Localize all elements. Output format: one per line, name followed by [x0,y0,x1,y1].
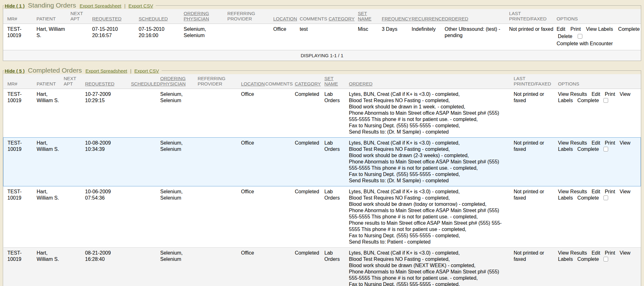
cell-frequency: 3 Days [381,24,411,50]
cell-recurrence: Indefinitely [411,24,444,50]
complete-link[interactable]: Complete [577,146,599,152]
cell-set-name: Lab Orders [324,186,348,248]
print-link[interactable]: Print [605,189,615,194]
cell-set-name: Misc [357,24,381,50]
view-results-link[interactable]: View Results [558,140,587,146]
column-header-mr: MR# [3,74,36,89]
cell-comments: test [299,24,328,50]
column-header-scheduled[interactable]: SCHEDULED [130,74,160,89]
column-header-recurrence[interactable]: RECURRENCE [411,9,444,24]
standing-orders-section: Hide ( 1 ) Standing Orders Export Spread… [3,2,641,61]
standing-orders-export-spreadsheet-link[interactable]: Export Spreadsheet [80,3,121,8]
column-header-ordering-physician[interactable]: ORDERING PHYSICIAN [160,74,197,89]
cell-patient: Hart, William S. [36,24,70,50]
cell-options: View Results Edit Print View Labels Comp… [558,89,641,138]
completed-order-row: TEST-10019 Hart, William S. 08-21-2009 1… [3,248,641,286]
column-header-referring-provider: REFERRING PROVIDER [227,9,273,24]
column-header-mr: MR# [3,9,36,24]
cell-ordered: Lytes, BUN, Creat (Call if K+ is <3.0) -… [348,248,513,286]
print-link[interactable]: Print [570,26,581,32]
view-results-link[interactable]: View Results [558,250,587,256]
cell-location: Office [273,24,299,50]
edit-link[interactable]: Edit [591,140,600,146]
print-link[interactable]: Print [605,91,615,97]
completed-orders-title: Completed Orders [28,67,82,74]
cell-last-printed-faxed: Not printed or faxed [513,186,558,248]
cell-next-apt [70,24,92,50]
view-results-link[interactable]: View Results [558,189,587,194]
cell-next-apt [63,89,85,138]
column-header-next-apt: NEXT APT [70,9,92,24]
cell-requested: 07-15-2010 20:16:57 [92,24,138,50]
edit-link[interactable]: Edit [557,26,565,32]
cell-set-name: Lab Orders [324,248,348,286]
order-checkbox[interactable] [603,98,608,103]
column-header-comments: COMMENTS [265,74,294,89]
standing-orders-hide-link[interactable]: Hide ( 1 ) [5,3,25,8]
complete-with-encounter-link[interactable]: Complete with Encounter [557,41,613,46]
complete-link[interactable]: Complete [577,98,599,103]
order-checkbox[interactable] [578,34,582,39]
cell-options: Edit Print View Labels Complete Delete C… [556,24,641,50]
cell-referring-provider [197,186,241,248]
cell-set-name: Lab Orders [324,89,348,138]
view-labels-link[interactable]: View Labels [586,26,613,32]
cell-referring-provider [197,138,241,186]
cell-scheduled: 07-15-2010 20:16:00 [138,24,183,50]
column-header-location[interactable]: LOCATION [273,9,299,24]
order-checkbox[interactable] [603,195,608,200]
edit-link[interactable]: Edit [591,189,600,194]
cell-options: View Results Edit Print View Labels Comp… [558,186,641,248]
column-header-ordered[interactable]: ORDERED [444,9,508,24]
column-header-requested[interactable]: REQUESTED [85,74,130,89]
cell-next-apt [63,186,85,248]
print-link[interactable]: Print [605,140,615,146]
column-header-location[interactable]: LOCATION [241,74,265,89]
order-checkbox[interactable] [603,257,608,261]
column-header-next-apt: NEXT APT [63,74,85,89]
completed-orders-export-spreadsheet-link[interactable]: Export Spreadsheet [86,68,127,74]
cell-comments [265,89,294,138]
cell-requested: 10-27-2009 10:29:15 [85,89,130,138]
completed-orders-hide-link[interactable]: Hide ( 5 ) [5,68,25,74]
column-header-category[interactable]: CATEGORY [294,74,324,89]
completed-orders-legend: Hide ( 5 ) Completed Orders Export Sprea… [4,67,162,74]
cell-patient: Hart, William S. [36,89,63,138]
complete-link[interactable]: Complete [577,256,599,262]
column-header-options: OPTIONS [558,74,641,89]
cell-location: Office [241,138,265,186]
cell-options: View Results Edit Print View Labels Comp… [558,248,641,286]
edit-link[interactable]: Edit [591,250,600,256]
column-header-last-printed-faxed: LAST PRINTED/FAXED [508,9,556,24]
column-header-referring-provider: REFERRING PROVIDER [197,74,241,89]
column-header-set-name[interactable]: SET NAME [324,74,348,89]
complete-link[interactable]: Complete [618,26,640,32]
cell-location: Office [241,186,265,248]
delete-link[interactable]: Delete [558,34,572,39]
column-header-category[interactable]: CATEGORY [328,9,357,24]
column-header-ordering-physician[interactable]: ORDERING PHYSICIAN [183,9,227,24]
cell-options: View Results Edit Print View Labels Comp… [558,138,641,186]
complete-link[interactable]: Complete [577,195,599,201]
completed-orders-export-csv-link[interactable]: Export CSV [134,68,159,74]
print-link[interactable]: Print [605,250,615,256]
cell-ordered: Lytes, BUN, Creat (Call if K+ is <3.0) -… [348,186,513,248]
cell-category: Completed [294,186,324,248]
cell-referring-provider [227,24,273,50]
order-checkbox[interactable] [603,147,608,151]
completed-order-row: TEST-10019 Hart, William S. 10-08-2009 1… [3,138,641,186]
view-results-link[interactable]: View Results [558,91,587,97]
cell-comments [265,186,294,248]
cell-category: Completed [294,248,324,286]
column-header-requested[interactable]: REQUESTED [92,9,138,24]
column-header-scheduled[interactable]: SCHEDULED [138,9,183,24]
column-header-set-name[interactable]: SET NAME [357,9,381,24]
column-header-frequency[interactable]: FREQUENCY [381,9,411,24]
standing-orders-export-csv-link[interactable]: Export CSV [129,3,153,8]
completed-order-row: TEST-10019 Hart, William S. 10-06-2009 0… [3,186,641,248]
standing-orders-title: Standing Orders [28,2,76,9]
cell-scheduled [130,186,160,248]
edit-link[interactable]: Edit [591,91,600,97]
cell-set-name: Lab Orders [324,138,348,186]
column-header-ordered[interactable]: ORDERED [348,74,513,89]
